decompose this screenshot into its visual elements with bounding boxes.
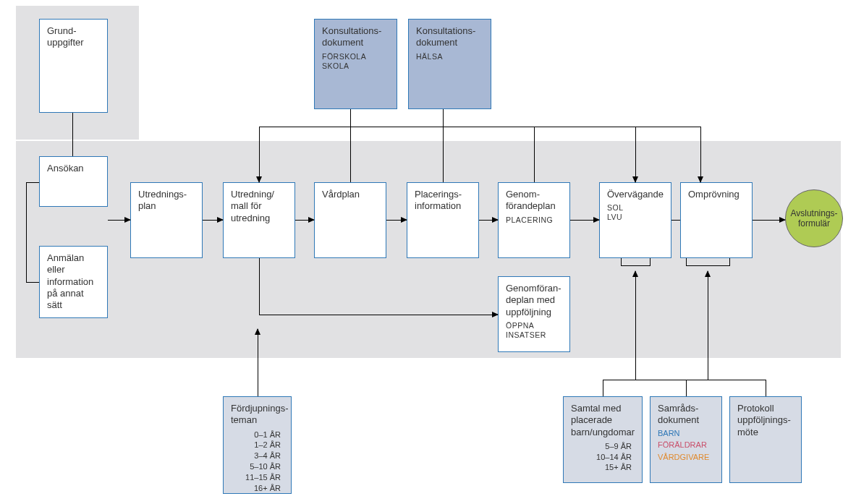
arrow bbox=[259, 127, 260, 182]
label: Samråds- dokument bbox=[658, 403, 699, 425]
item-foraldrar: FÖRÄLDRAR bbox=[658, 440, 714, 450]
box-omprovning: Omprövning bbox=[680, 182, 753, 258]
item-barn: BARN bbox=[658, 429, 714, 439]
label: Konsultations- dokument bbox=[322, 25, 381, 48]
label: Genom- förandeplan bbox=[506, 189, 556, 211]
arrow bbox=[753, 220, 785, 221]
label: Utredning/ mall för utredning bbox=[231, 189, 274, 223]
line bbox=[603, 380, 766, 380]
box-genomforandeplan-oppna: Genomföran- deplan med uppföljning ÖPPNA… bbox=[498, 276, 570, 352]
line bbox=[26, 182, 27, 282]
box-samradsdokument: Samråds- dokument BARN FÖRÄLDRAR VÅRDGIV… bbox=[650, 396, 722, 483]
label: Protokoll uppföljnings- möte bbox=[737, 403, 791, 437]
line bbox=[729, 258, 730, 265]
line bbox=[26, 182, 39, 183]
arrow bbox=[386, 220, 407, 221]
sublabel: ÖPPNA INSATSER bbox=[506, 321, 562, 340]
label: Genomföran- deplan med uppföljning bbox=[506, 283, 562, 317]
line bbox=[766, 380, 766, 396]
arrow bbox=[203, 220, 223, 221]
box-ansokan: Ansökan bbox=[39, 156, 108, 207]
line bbox=[534, 127, 535, 182]
label: Omprövning bbox=[688, 189, 740, 200]
label: Anmälan eller information på annat sätt bbox=[47, 252, 93, 310]
box-anmalan: Anmälan eller information på annat sätt bbox=[39, 246, 108, 318]
label: Konsultations- dokument bbox=[416, 25, 475, 48]
line bbox=[26, 220, 27, 221]
line bbox=[686, 258, 687, 265]
box-fordjupningsteman: Fördjupnings- teman 0–1 ÅR 1–2 ÅR 3–4 ÅR… bbox=[223, 396, 292, 494]
circle-avslutningsformular: Avslutnings- formulär bbox=[785, 189, 843, 247]
label: Samtal med placerade barn/ungdomar bbox=[571, 403, 635, 437]
box-placeringsinfo: Placerings- information bbox=[407, 182, 479, 258]
sublabel: FÖRSKOLA SKOLA bbox=[322, 52, 389, 71]
label: Fördjupnings- teman bbox=[231, 403, 289, 425]
line bbox=[259, 258, 260, 315]
box-vardplan: Vårdplan bbox=[314, 182, 386, 258]
line bbox=[671, 220, 680, 221]
label: Vårdplan bbox=[322, 189, 360, 200]
item-vardgivare: VÅRDGIVARE bbox=[658, 453, 714, 463]
line bbox=[259, 127, 700, 127]
items: 5–9 ÅR 10–14 ÅR 15+ ÅR bbox=[571, 441, 635, 474]
box-konsultation-forskola: Konsultations- dokument FÖRSKOLA SKOLA bbox=[314, 19, 397, 109]
line bbox=[350, 109, 351, 127]
label: Utrednings- plan bbox=[138, 189, 187, 211]
box-overvagande: Övervägande SOL LVU bbox=[599, 182, 671, 258]
label: Avslutnings- formulär bbox=[790, 208, 837, 228]
line bbox=[72, 113, 73, 156]
box-genomforandeplan-plac: Genom- förandeplan PLACERING bbox=[498, 182, 570, 258]
box-utredningsplan: Utrednings- plan bbox=[130, 182, 203, 258]
box-konsultation-halsa: Konsultations- dokument HÄLSA bbox=[408, 19, 491, 109]
line bbox=[350, 127, 351, 182]
arrow bbox=[635, 127, 636, 182]
line bbox=[26, 282, 39, 283]
line bbox=[443, 109, 444, 127]
line bbox=[650, 258, 651, 265]
sublabel: SOL LVU bbox=[607, 203, 664, 222]
line bbox=[443, 127, 444, 182]
line bbox=[621, 265, 651, 266]
line bbox=[686, 380, 687, 396]
line bbox=[603, 380, 603, 396]
box-protokoll: Protokoll uppföljnings- möte bbox=[729, 396, 802, 483]
box-grunduppgifter: Grund- uppgifter bbox=[39, 19, 108, 113]
label: Grund- uppgifter bbox=[47, 25, 84, 48]
arrow bbox=[570, 220, 599, 221]
line bbox=[686, 265, 730, 266]
arrow bbox=[295, 220, 314, 221]
sublabel: PLACERING bbox=[506, 215, 562, 225]
box-samtal-barn: Samtal med placerade barn/ungdomar 5–9 Å… bbox=[563, 396, 643, 483]
sublabel: HÄLSA bbox=[416, 52, 483, 61]
arrow bbox=[108, 220, 130, 221]
line bbox=[621, 258, 622, 265]
label: Placerings- information bbox=[415, 189, 462, 211]
arrow bbox=[258, 329, 258, 396]
arrow bbox=[479, 220, 498, 221]
label: Ansökan bbox=[47, 163, 84, 174]
arrow bbox=[708, 271, 708, 380]
arrow bbox=[635, 271, 636, 380]
items: 0–1 ÅR 1–2 ÅR 3–4 ÅR 5–10 ÅR 11–15 ÅR 16… bbox=[231, 430, 284, 494]
label: Övervägande bbox=[607, 189, 664, 200]
arrow bbox=[700, 127, 701, 182]
box-utredning-mall: Utredning/ mall för utredning bbox=[223, 182, 295, 258]
arrow bbox=[259, 315, 498, 315]
